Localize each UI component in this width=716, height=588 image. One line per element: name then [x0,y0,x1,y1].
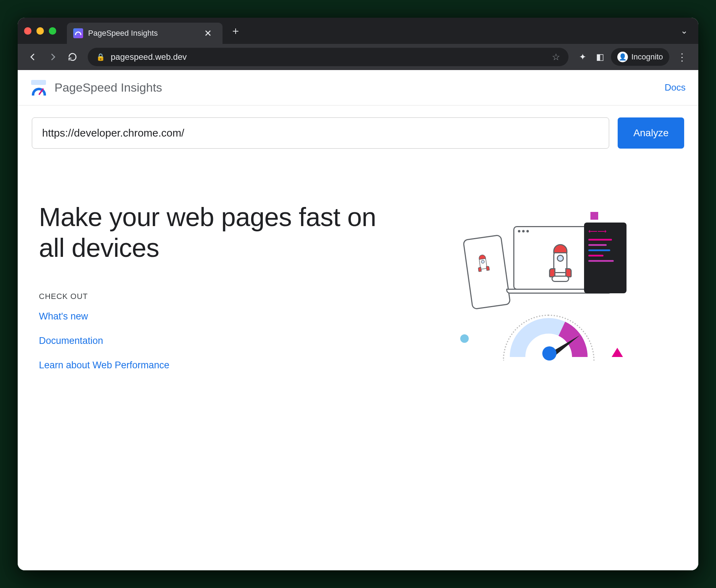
checkout-label: CHECK OUT [39,292,392,301]
rocket-icon [546,245,574,284]
bookmark-button[interactable]: ☆ [552,52,560,63]
address-bar[interactable]: 🔒 pagespeed.web.dev ☆ [88,48,568,66]
phone-illustration [462,234,511,310]
tab-title: PageSpeed Insights [88,29,197,38]
close-tab-button[interactable]: ✕ [202,28,214,39]
titlebar: PageSpeed Insights ✕ ＋ ⌄ [18,18,698,44]
analyze-form: Analyze [18,105,698,149]
docs-link[interactable]: Docs [665,82,686,93]
hero-headline: Make your web pages fast on all devices [39,202,392,264]
url-input-container [32,117,609,149]
minimize-window-button[interactable] [36,27,44,35]
pagespeed-logo-icon [30,79,47,96]
close-window-button[interactable] [24,27,31,35]
tabs-dropdown-button[interactable]: ⌄ [681,26,688,36]
hero-links: What's new Documentation Learn about Web… [39,311,392,371]
forward-button[interactable] [45,49,61,65]
browser-menu-button[interactable]: ⋮ [673,51,691,63]
browser-window: PageSpeed Insights ✕ ＋ ⌄ 🔒 pagespeed.web… [18,18,698,570]
analyze-button[interactable]: Analyze [618,117,684,149]
maximize-window-button[interactable] [49,27,56,35]
window-controls [24,27,56,35]
circle-accent-icon [460,334,469,343]
browser-tab[interactable]: PageSpeed Insights ✕ [67,23,223,44]
triangle-accent-icon [612,348,623,357]
page-header: PageSpeed Insights Docs [18,70,698,105]
hero-section: Make your web pages fast on all devices … [18,149,698,371]
incognito-indicator[interactable]: 👤 Incognito [611,48,669,66]
extensions-button[interactable]: ✦ [576,52,590,62]
tab-favicon [73,28,83,38]
code-panel-illustration: ⟵⟶ [584,223,626,293]
link-web-performance[interactable]: Learn about Web Performance [39,360,392,371]
page-content: PageSpeed Insights Docs Analyze Make you… [18,70,698,570]
new-tab-button[interactable]: ＋ [230,24,241,38]
panel-button[interactable]: ◧ [593,52,607,62]
back-button[interactable] [25,49,41,65]
lock-icon: 🔒 [96,53,105,61]
reload-button[interactable] [64,49,81,65]
incognito-label: Incognito [631,52,663,62]
gauge-illustration [503,307,595,361]
link-whats-new[interactable]: What's new [39,311,392,322]
square-accent-icon [590,212,598,220]
incognito-icon: 👤 [617,52,628,62]
link-documentation[interactable]: Documentation [39,335,392,346]
browser-toolbar: 🔒 pagespeed.web.dev ☆ ✦ ◧ 👤 Incognito ⋮ [18,44,698,70]
product-title: PageSpeed Insights [54,81,162,94]
url-text: pagespeed.web.dev [111,52,546,62]
url-input[interactable] [42,127,599,139]
hero-illustration: ⟵⟶ [457,212,626,361]
